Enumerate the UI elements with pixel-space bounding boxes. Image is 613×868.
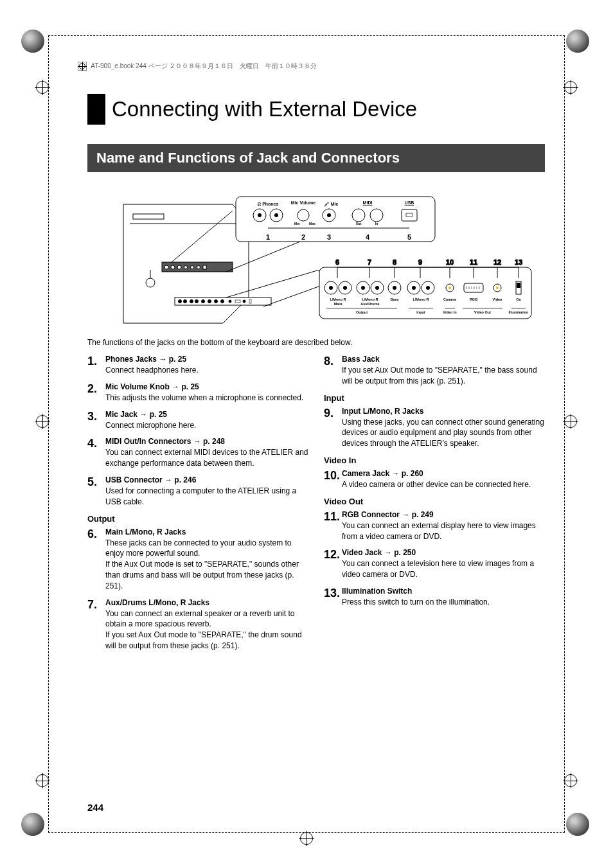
item-title: Main L/Mono, R Jacks — [105, 527, 308, 536]
svg-line-10 — [226, 242, 300, 272]
svg-point-18 — [202, 300, 205, 303]
svg-text:Video In: Video In — [443, 310, 457, 314]
item-desc: Used for connecting a computer to the AT… — [105, 486, 308, 508]
item-number: 6. — [87, 527, 105, 592]
svg-text:9: 9 — [418, 258, 422, 266]
svg-rect-104 — [517, 283, 520, 288]
item-desc: Connect microphone here. — [105, 420, 308, 431]
svg-point-14 — [179, 300, 182, 303]
svg-text:3: 3 — [327, 233, 331, 241]
item-desc: These jacks can be connected to your aud… — [105, 538, 308, 592]
svg-text:RGB: RGB — [470, 297, 477, 301]
section-banner: Name and Functions of Jack and Connector… — [87, 144, 545, 172]
list-item: 5. USB Connector → p. 246 Used for conne… — [87, 475, 308, 508]
print-crosshair — [36, 774, 49, 787]
svg-text:Video Out: Video Out — [474, 310, 491, 314]
svg-point-5 — [184, 266, 188, 269]
item-title: Camera Jack → p. 260 — [342, 469, 545, 478]
item-desc: You can connect external MIDI devices to… — [105, 447, 308, 469]
list-item: 7. Aux/Drums L/Mono, R Jacks You can con… — [87, 598, 308, 651]
list-item: 9. Input L/Mono, R Jacks Using these jac… — [324, 407, 545, 449]
item-number: 13. — [324, 587, 342, 608]
item-title: RGB Connector → p. 249 — [342, 510, 545, 519]
list-item: 1. Phones Jacks → p. 25 Connect headphon… — [87, 355, 308, 376]
item-number: 1. — [87, 355, 105, 376]
svg-point-93 — [449, 287, 451, 289]
list-item: 2. Mic Volume Knob → p. 25 This adjusts … — [87, 382, 308, 403]
print-crosshair — [36, 81, 49, 94]
svg-text:1: 1 — [266, 233, 270, 241]
svg-text:6: 6 — [335, 258, 339, 266]
print-reg-mark — [21, 30, 47, 55]
item-title: Mic Jack → p. 25 — [105, 410, 308, 419]
list-item: 10. Camera Jack → p. 260 A video camera … — [324, 469, 545, 490]
item-desc: This adjusts the volume when a microphon… — [105, 393, 308, 403]
item-number: 4. — [87, 437, 105, 469]
svg-text:On: On — [516, 297, 521, 301]
svg-point-81 — [343, 286, 347, 290]
svg-text:Output: Output — [356, 310, 368, 314]
svg-point-20 — [215, 300, 218, 303]
svg-text:Min: Min — [294, 222, 300, 226]
print-crosshair — [300, 832, 313, 845]
svg-text:Video: Video — [493, 297, 503, 301]
book-header-info: AT-900_e.book 244 ページ ２００８年９月１６日 火曜日 午前１… — [78, 62, 317, 71]
svg-point-16 — [190, 300, 193, 303]
list-item: 6. Main L/Mono, R Jacks These jacks can … — [87, 527, 308, 592]
svg-text:MIDI: MIDI — [363, 200, 373, 205]
list-item: 3. Mic Jack → p. 25 Connect microphone h… — [87, 410, 308, 431]
item-number: 3. — [87, 410, 105, 431]
item-title: MIDI Out/In Connectors → p. 248 — [105, 437, 308, 446]
svg-text:Main: Main — [334, 302, 342, 306]
item-number: 7. — [87, 598, 105, 651]
svg-point-4 — [177, 265, 181, 269]
print-reg-mark — [566, 30, 592, 55]
svg-text:L/Mono    R: L/Mono R — [330, 297, 346, 301]
svg-point-7 — [197, 266, 200, 269]
svg-point-3 — [171, 265, 175, 269]
svg-text:Illumination: Illumination — [509, 310, 529, 314]
item-desc: If you set Aux Out mode to "SEPARATE," t… — [342, 365, 545, 387]
left-column: 1. Phones Jacks → p. 25 Connect headphon… — [87, 355, 308, 658]
svg-text:Input: Input — [416, 310, 425, 314]
list-item: 12. Video Jack → p. 250 You can connect … — [324, 548, 545, 580]
svg-text:Aux/Drums: Aux/Drums — [360, 302, 379, 306]
item-number: 8. — [324, 355, 342, 387]
item-desc: A video camera or other device can be co… — [342, 479, 545, 490]
group-input: Input — [324, 393, 545, 403]
svg-point-83 — [361, 286, 365, 290]
svg-point-85 — [375, 286, 379, 290]
svg-text:13: 13 — [515, 258, 522, 266]
svg-text:8: 8 — [393, 258, 396, 266]
svg-point-15 — [184, 300, 187, 303]
svg-text:L/Mono    R: L/Mono R — [413, 297, 429, 301]
svg-point-31 — [258, 213, 262, 217]
svg-text:Mic Volume: Mic Volume — [291, 200, 315, 205]
item-title: Illumination Switch — [342, 587, 545, 596]
svg-point-2 — [164, 265, 168, 269]
svg-text:12: 12 — [493, 258, 501, 266]
list-item: 13. Illumination Switch Press this switc… — [324, 587, 545, 608]
chapter-title-text: Connecting with External Device — [112, 97, 417, 121]
svg-point-33 — [274, 213, 278, 217]
print-crosshair — [564, 415, 577, 428]
svg-text:4: 4 — [366, 233, 370, 241]
svg-rect-0 — [133, 214, 164, 219]
item-number: 10. — [324, 469, 342, 490]
svg-point-11 — [146, 278, 155, 287]
svg-point-91 — [426, 286, 430, 290]
item-title: Input L/Mono, R Jacks — [342, 407, 545, 416]
svg-line-27 — [263, 285, 324, 306]
svg-text:In: In — [375, 222, 378, 226]
svg-point-102 — [496, 287, 499, 289]
item-title: Phones Jacks → p. 25 — [105, 355, 308, 364]
svg-text:Out: Out — [356, 222, 362, 226]
item-number: 12. — [324, 548, 342, 580]
svg-point-24 — [243, 300, 245, 303]
item-desc: You can connect an external display here… — [342, 520, 545, 542]
svg-text:USB: USB — [405, 200, 414, 205]
svg-text:Ω Phones: Ω Phones — [258, 202, 279, 206]
svg-text:Bass: Bass — [390, 297, 398, 301]
item-desc: Press this switch to turn on the illumin… — [342, 597, 545, 608]
svg-rect-60 — [319, 267, 531, 319]
